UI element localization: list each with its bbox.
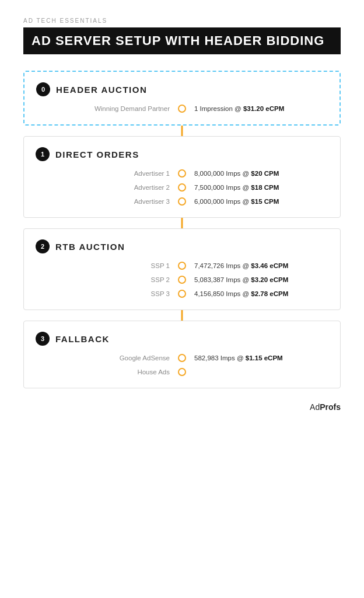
- section-rtb-auction: 2RTB AUCTIONSSP 17,472,726 Imps @ $3.46 …: [23, 228, 341, 310]
- section-header-header-auction: 0HEADER AUCTION: [36, 82, 328, 96]
- row-item: Advertiser 18,000,000 Imps @ $20 CPM: [36, 169, 328, 178]
- branding: AdProfs: [23, 402, 341, 412]
- row-label: Advertiser 1: [36, 170, 178, 177]
- timeline-dot: [178, 197, 186, 206]
- row-value: 582,983 Imps @ $1.15 eCPM: [186, 354, 328, 361]
- row-value: 1 Impression @ $31.20 eCPM: [186, 105, 328, 112]
- row-value: 7,500,000 Imps @ $18 CPM: [186, 184, 328, 191]
- section-header-rtb-auction: 2RTB AUCTION: [36, 239, 328, 253]
- brand-profs: Profs: [320, 402, 341, 412]
- row-label: SSP 1: [36, 262, 178, 269]
- timeline-dot: [178, 368, 186, 376]
- section-number-direct-orders: 1: [36, 147, 50, 161]
- timeline-dot: [178, 290, 186, 298]
- main-title-box: AD SERVER SETUP WITH HEADER BIDDING: [23, 27, 341, 54]
- row-item: Advertiser 36,000,000 Imps @ $15 CPM: [36, 197, 328, 206]
- section-title-header-auction: HEADER AUCTION: [56, 85, 147, 95]
- row-item: House Ads: [36, 368, 328, 376]
- row-item: SSP 25,083,387 Imps @ $3.20 eCPM: [36, 276, 328, 284]
- row-item: Winning Demand Partner1 Impression @ $31…: [36, 105, 328, 113]
- row-item: SSP 34,156,850 Imps @ $2.78 eCPM: [36, 290, 328, 298]
- section-title-direct-orders: DIRECT ORDERS: [55, 150, 139, 159]
- section-title-fallback: FALLBACK: [55, 334, 110, 344]
- brand-ad: Ad: [310, 402, 320, 412]
- row-label: Google AdSense: [36, 354, 178, 361]
- section-header-direct-orders: 1DIRECT ORDERS: [36, 147, 328, 161]
- row-label: SSP 3: [36, 290, 178, 297]
- row-item: Advertiser 27,500,000 Imps @ $18 CPM: [36, 183, 328, 192]
- timeline-dot: [178, 262, 186, 270]
- row-value: 5,083,387 Imps @ $3.20 eCPM: [186, 276, 328, 283]
- section-header-auction: 0HEADER AUCTIONWinning Demand Partner1 I…: [23, 71, 341, 126]
- row-value: 8,000,000 Imps @ $20 CPM: [186, 170, 328, 177]
- row-value: 4,156,850 Imps @ $2.78 eCPM: [186, 290, 328, 297]
- section-number-fallback: 3: [36, 332, 50, 346]
- section-direct-orders: 1DIRECT ORDERSAdvertiser 18,000,000 Imps…: [23, 136, 341, 218]
- timeline-dot: [178, 169, 186, 178]
- row-item: SSP 17,472,726 Imps @ $3.46 eCPM: [36, 262, 328, 270]
- timeline-dot: [178, 183, 186, 192]
- section-fallback: 3FALLBACKGoogle AdSense582,983 Imps @ $1…: [23, 321, 341, 388]
- row-label: House Ads: [36, 368, 178, 376]
- timeline-dot: [178, 354, 186, 362]
- row-item: Google AdSense582,983 Imps @ $1.15 eCPM: [36, 354, 328, 362]
- timeline-dot: [178, 276, 186, 284]
- row-value: 7,472,726 Imps @ $3.46 eCPM: [186, 262, 328, 269]
- section-number-rtb-auction: 2: [36, 239, 50, 253]
- section-header-fallback: 3FALLBACK: [36, 332, 328, 346]
- section-title-rtb-auction: RTB AUCTION: [55, 242, 125, 252]
- row-label: Advertiser 2: [36, 184, 178, 191]
- row-label: SSP 2: [36, 276, 178, 283]
- timeline-dot: [178, 105, 186, 113]
- supertitle: AD TECH ESSENTIALS: [23, 18, 341, 24]
- timeline: 0HEADER AUCTIONWinning Demand Partner1 I…: [23, 71, 341, 388]
- section-number-header-auction: 0: [36, 82, 50, 96]
- row-value: 6,000,000 Imps @ $15 CPM: [186, 198, 328, 205]
- row-label: Winning Demand Partner: [36, 105, 178, 112]
- main-title: AD SERVER SETUP WITH HEADER BIDDING: [32, 33, 332, 48]
- row-label: Advertiser 3: [36, 198, 178, 205]
